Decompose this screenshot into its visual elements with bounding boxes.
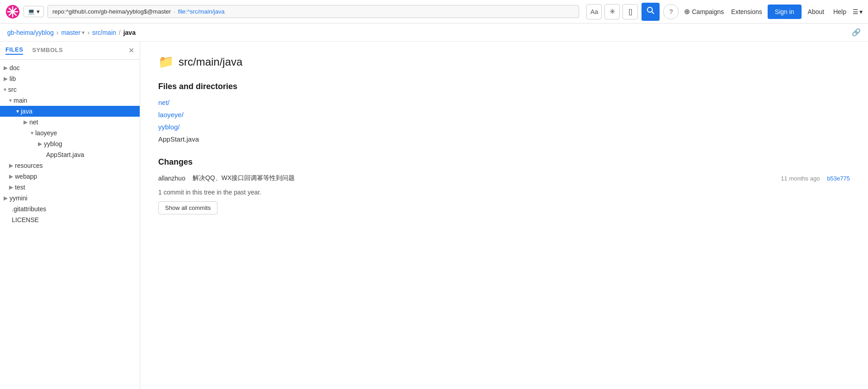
chevron-down-icon: ▾ xyxy=(4,86,6,93)
tree-label: yymini xyxy=(9,194,28,202)
chevron-right-icon: ▶ xyxy=(4,195,8,201)
tree-label: webapp xyxy=(15,173,37,180)
device-icon: 💻 xyxy=(28,8,35,15)
breadcrumb-sep1: › xyxy=(57,29,59,36)
breadcrumb: gb-heima/yyblog › master ▾ › src/main / … xyxy=(0,24,868,42)
tree-label: doc xyxy=(9,64,20,71)
chevron-right-icon: ▶ xyxy=(9,173,13,180)
search-icon xyxy=(646,6,655,17)
chevron-down-icon: ▾ xyxy=(16,108,19,114)
breadcrumb-branch-label: master xyxy=(61,29,80,36)
tree-item-yyblog[interactable]: ▶ yyblog xyxy=(0,138,140,149)
sidebar-tabs: FILES SYMBOLS ✕ xyxy=(0,42,140,60)
change-hash[interactable]: b53e775 xyxy=(827,175,850,182)
branch-chevron-icon: ▾ xyxy=(82,29,85,36)
app-logo[interactable] xyxy=(5,5,20,19)
changes-section: Changes allanzhuo 解决QQ、WX接口回调幂等性到问题 11 m… xyxy=(158,157,850,214)
chevron-down-icon: ▾ xyxy=(31,130,33,136)
tree-label: main xyxy=(14,97,27,104)
device-dropdown-icon: ▾ xyxy=(37,8,40,15)
tree-label: laoyeye xyxy=(35,129,57,137)
tree-label: LICENSE xyxy=(12,216,39,223)
path-title: src/main/java xyxy=(179,56,242,68)
tree-label: java xyxy=(21,108,33,115)
breadcrumb-repo[interactable]: gb-heima/yyblog xyxy=(7,29,54,36)
url-separator: · xyxy=(174,8,175,15)
tab-files[interactable]: FILES xyxy=(5,46,23,55)
tree-item-net[interactable]: ▶ net xyxy=(0,117,140,128)
url-bar[interactable]: repo:^github\.com/gb-heima/yyblog$@maste… xyxy=(47,5,579,18)
files-heading: Files and directories xyxy=(158,82,850,91)
bracket-button[interactable]: [] xyxy=(623,4,638,19)
help-circle-button[interactable]: ? xyxy=(663,4,679,19)
main-layout: FILES SYMBOLS ✕ ▶ doc ▶ lib ▾ src ▾ xyxy=(0,42,868,389)
folder-icon: 📁 xyxy=(158,54,174,69)
breadcrumb-sep2: › xyxy=(87,29,90,36)
commit-count: 1 commit in this tree in the past year. xyxy=(158,189,850,196)
campaigns-icon: ⊕ xyxy=(684,7,690,16)
search-button[interactable] xyxy=(642,3,660,21)
tree-item-yymini[interactable]: ▶ yymini xyxy=(0,193,140,204)
url-repo: repo:^github\.com/gb-heima/yyblog$@maste… xyxy=(52,8,171,15)
svg-line-6 xyxy=(652,12,654,14)
file-link-net[interactable]: net/ xyxy=(158,99,850,106)
tree-item-laoyeye[interactable]: ▾ laoyeye xyxy=(0,128,140,138)
tree-label: test xyxy=(15,184,25,191)
files-section: Files and directories net/ laoyeye/ yybl… xyxy=(158,82,850,143)
sidebar: FILES SYMBOLS ✕ ▶ doc ▶ lib ▾ src ▾ xyxy=(0,42,140,389)
chevron-down-icon: ▾ xyxy=(9,97,12,104)
file-link-laoyeye[interactable]: laoyeye/ xyxy=(158,111,850,119)
tree-item-gitattributes[interactable]: .gitattributes xyxy=(0,204,140,214)
copy-link-icon[interactable]: 🔗 xyxy=(852,28,861,37)
campaigns-link[interactable]: ⊕ Campaigns xyxy=(682,7,726,16)
tree-label: AppStart.java xyxy=(46,151,84,158)
breadcrumb-branch[interactable]: master ▾ xyxy=(61,29,85,36)
tree-item-webapp[interactable]: ▶ webapp xyxy=(0,171,140,182)
tree-label: resources xyxy=(15,162,42,169)
tree-label: .gitattributes xyxy=(12,205,46,213)
text-controls: Aa ✳ [] xyxy=(586,4,638,19)
url-file: file:^src/main/java xyxy=(178,8,225,15)
change-time: 11 months ago xyxy=(781,175,820,182)
tree-item-java[interactable]: ▾ java xyxy=(0,106,140,117)
menu-dropdown-icon: ▾ xyxy=(859,8,863,15)
tree-item-lib[interactable]: ▶ lib xyxy=(0,73,140,84)
tree-item-doc[interactable]: ▶ doc xyxy=(0,62,140,73)
change-row: allanzhuo 解决QQ、WX接口回调幂等性到问题 11 months ag… xyxy=(158,174,850,182)
extensions-link[interactable]: Extensions xyxy=(729,8,764,15)
chevron-right-icon: ▶ xyxy=(4,76,8,82)
tree-item-test[interactable]: ▶ test xyxy=(0,182,140,193)
sidebar-close-button[interactable]: ✕ xyxy=(128,46,134,55)
device-selector[interactable]: 💻 ▾ xyxy=(24,6,44,17)
tree-label: src xyxy=(8,86,17,93)
tab-symbols[interactable]: SYMBOLS xyxy=(32,47,63,54)
tree-item-resources[interactable]: ▶ resources xyxy=(0,160,140,171)
tree-item-src[interactable]: ▾ src xyxy=(0,84,140,95)
sidebar-tree: ▶ doc ▶ lib ▾ src ▾ main ▾ java xyxy=(0,60,140,389)
main-content: 📁 src/main/java Files and directories ne… xyxy=(140,42,868,389)
tree-item-main[interactable]: ▾ main xyxy=(0,95,140,106)
regex-button[interactable]: ✳ xyxy=(604,4,620,19)
tree-label: net xyxy=(29,119,38,126)
breadcrumb-current: java xyxy=(123,29,136,36)
chevron-right-icon: ▶ xyxy=(38,141,42,147)
signin-button[interactable]: Sign in xyxy=(768,5,802,19)
file-link-yyblog[interactable]: yyblog/ xyxy=(158,123,850,131)
tree-label: yyblog xyxy=(44,140,62,147)
show-all-commits-button[interactable]: Show all commits xyxy=(158,201,217,214)
topnav: 💻 ▾ repo:^github\.com/gb-heima/yyblog$@m… xyxy=(0,0,868,24)
help-link[interactable]: Help xyxy=(830,8,849,15)
campaigns-label: Campaigns xyxy=(692,8,724,15)
tree-item-license[interactable]: LICENSE xyxy=(0,214,140,225)
breadcrumb-path1[interactable]: src/main xyxy=(92,29,116,36)
help-icon: ? xyxy=(670,8,673,15)
change-message: 解决QQ、WX接口回调幂等性到问题 xyxy=(193,174,774,182)
about-link[interactable]: About xyxy=(805,8,827,15)
font-size-button[interactable]: Aa xyxy=(586,4,602,19)
chevron-right-icon: ▶ xyxy=(24,119,28,125)
chevron-right-icon: ▶ xyxy=(9,162,13,169)
change-author[interactable]: allanzhuo xyxy=(158,175,185,182)
menu-icon: ☰ xyxy=(853,8,859,15)
menu-button[interactable]: ☰ ▾ xyxy=(853,8,863,15)
tree-item-appstart[interactable]: AppStart.java xyxy=(0,149,140,160)
